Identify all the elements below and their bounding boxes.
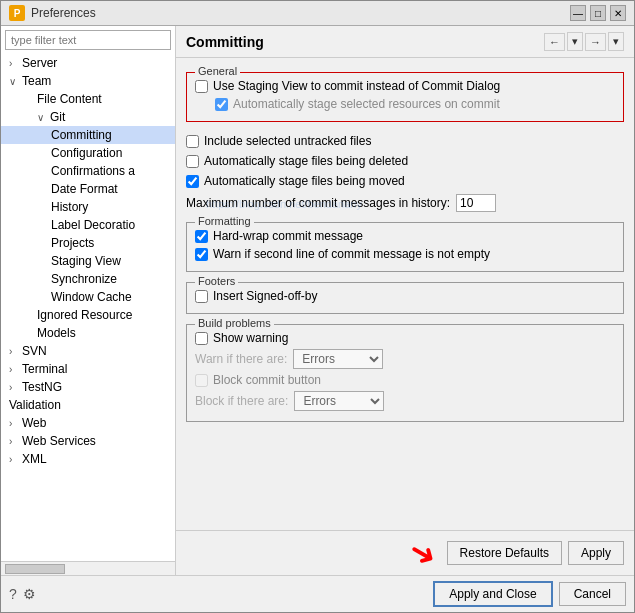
maximize-button[interactable]: □ [590, 5, 606, 21]
general-section: General Use Staging View to commit inste… [186, 72, 624, 122]
sidebar-item-xml[interactable]: › XML [1, 450, 175, 468]
sidebar-item-git[interactable]: ∨ Git [1, 108, 175, 126]
formatting-section: Formatting Hard-wrap commit message Warn… [186, 222, 624, 272]
sidebar-label: Staging View [51, 254, 121, 268]
sidebar-item-date-format[interactable]: Date Format [1, 180, 175, 198]
sidebar-item-svn[interactable]: › SVN [1, 342, 175, 360]
sidebar-label: Web Services [22, 434, 96, 448]
title-controls: — □ ✕ [570, 5, 626, 21]
sidebar-item-validation[interactable]: Validation [1, 396, 175, 414]
sidebar-item-server[interactable]: › Server [1, 54, 175, 72]
nav-dropdown-button[interactable]: ▾ [567, 32, 583, 51]
sidebar-item-ignored-resource[interactable]: Ignored Resource [1, 306, 175, 324]
filter-input[interactable] [5, 30, 171, 50]
sidebar-item-web[interactable]: › Web [1, 414, 175, 432]
footers-section: Footers Insert Signed-off-by [186, 282, 624, 314]
block-if-row: Block if there are: Errors Warnings Info [195, 389, 615, 413]
sidebar-label: Models [37, 326, 76, 340]
sidebar-label: Git [50, 110, 65, 124]
sidebar-item-configuration[interactable]: Configuration [1, 144, 175, 162]
auto-stage-row: Automatically stage selected resources o… [215, 95, 615, 113]
apply-and-close-button[interactable]: Apply and Close [433, 581, 552, 607]
close-button[interactable]: ✕ [610, 5, 626, 21]
sidebar-item-synchronize[interactable]: Synchronize [1, 270, 175, 288]
cancel-button[interactable]: Cancel [559, 582, 626, 606]
left-panel: › Server ∨ Team File Content ∨ Git [1, 26, 176, 575]
sidebar-label: XML [22, 452, 47, 466]
footer-left: ? ⚙ [9, 586, 36, 602]
restore-defaults-button[interactable]: Restore Defaults [447, 541, 562, 565]
page-title: Committing [186, 34, 264, 50]
sidebar-label: Confirmations a [51, 164, 135, 178]
sidebar-item-confirmations[interactable]: Confirmations a [1, 162, 175, 180]
insert-signed-off-checkbox[interactable] [195, 290, 208, 303]
auto-stage-moved-label: Automatically stage files being moved [204, 174, 405, 188]
show-warning-label: Show warning [213, 331, 288, 345]
sidebar-item-file-content[interactable]: File Content [1, 90, 175, 108]
show-warning-row: Show warning [195, 329, 615, 347]
auto-stage-checkbox[interactable] [215, 98, 228, 111]
sidebar-item-web-services[interactable]: › Web Services [1, 432, 175, 450]
window-footer: ? ⚙ Apply and Close Cancel [1, 575, 634, 612]
auto-stage-deleted-label: Automatically stage files being deleted [204, 154, 408, 168]
minimize-button[interactable]: — [570, 5, 586, 21]
sidebar-item-label-decoratio[interactable]: Label Decoratio [1, 216, 175, 234]
sidebar-item-testng[interactable]: › TestNG [1, 378, 175, 396]
arrow-icon: › [9, 436, 19, 447]
window-title: Preferences [31, 6, 96, 20]
include-untracked-checkbox[interactable] [186, 135, 199, 148]
warn-second-line-row: Warn if second line of commit message is… [195, 245, 615, 263]
title-bar: P Preferences — □ ✕ [1, 1, 634, 26]
block-commit-row: Block commit button [195, 371, 615, 389]
sidebar-item-window-cache[interactable]: Window Cache [1, 288, 175, 306]
settings-button[interactable]: ⚙ [23, 586, 36, 602]
main-content: › Server ∨ Team File Content ∨ Git [1, 26, 634, 575]
sidebar-item-projects[interactable]: Projects [1, 234, 175, 252]
sidebar-label: Web [22, 416, 46, 430]
use-staging-view-checkbox[interactable] [195, 80, 208, 93]
sidebar-item-terminal[interactable]: › Terminal [1, 360, 175, 378]
warn-if-row: Warn if there are: Errors Warnings Info [195, 347, 615, 371]
sidebar-label: Terminal [22, 362, 67, 376]
sidebar-item-history[interactable]: History [1, 198, 175, 216]
hard-wrap-checkbox[interactable] [195, 230, 208, 243]
footer-right: Apply and Close Cancel [433, 581, 626, 607]
warn-if-label: Warn if there are: [195, 352, 287, 366]
sidebar-item-committing[interactable]: Committing [1, 126, 175, 144]
sidebar-item-staging-view[interactable]: Staging View [1, 252, 175, 270]
build-problems-section-label: Build problems [195, 317, 274, 329]
sidebar-label: Ignored Resource [37, 308, 132, 322]
nav-fwd-button[interactable]: → [585, 33, 606, 51]
arrow-icon: › [9, 346, 19, 357]
auto-stage-moved-checkbox[interactable] [186, 175, 199, 188]
preferences-window: P Preferences — □ ✕ › Server ∨ Te [0, 0, 635, 613]
block-dropdown[interactable]: Errors Warnings Info [294, 391, 384, 411]
auto-stage-deleted-checkbox[interactable] [186, 155, 199, 168]
window-icon: P [9, 5, 25, 21]
general-section-label: General [195, 65, 240, 77]
footers-section-label: Footers [195, 275, 238, 287]
block-commit-label: Block commit button [213, 373, 321, 387]
warn-dropdown[interactable]: Errors Warnings Info [293, 349, 383, 369]
sidebar-item-models[interactable]: Models [1, 324, 175, 342]
build-problems-section: Build problems Show warning Warn if ther… [186, 324, 624, 422]
left-panel-scrollbar[interactable] [1, 561, 175, 575]
block-commit-checkbox[interactable] [195, 374, 208, 387]
sidebar-label: History [51, 200, 88, 214]
nav-back-button[interactable]: ← [544, 33, 565, 51]
sidebar-item-team[interactable]: ∨ Team [1, 72, 175, 90]
nav-fwd-dropdown-button[interactable]: ▾ [608, 32, 624, 51]
arrow-icon: › [9, 418, 19, 429]
sidebar-label: Team [22, 74, 51, 88]
help-button[interactable]: ? [9, 586, 17, 602]
show-warning-checkbox[interactable] [195, 332, 208, 345]
sidebar-label: SVN [22, 344, 47, 358]
include-untracked-row: Include selected untracked files [186, 132, 624, 150]
hard-wrap-label: Hard-wrap commit message [213, 229, 363, 243]
apply-button[interactable]: Apply [568, 541, 624, 565]
title-bar-left: P Preferences [9, 5, 96, 21]
max-messages-input[interactable] [456, 194, 496, 212]
include-untracked-label: Include selected untracked files [204, 134, 371, 148]
warn-second-line-checkbox[interactable] [195, 248, 208, 261]
right-header: Committing ← ▾ → ▾ [176, 26, 634, 58]
